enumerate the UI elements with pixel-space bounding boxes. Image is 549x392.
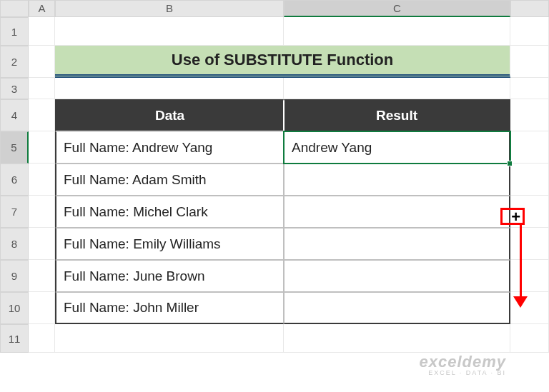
cell-A2[interactable] bbox=[29, 46, 55, 78]
cell-C8[interactable] bbox=[284, 228, 510, 260]
col-header-C[interactable]: C bbox=[284, 0, 510, 17]
cell-A1[interactable] bbox=[29, 17, 55, 46]
cell-A6[interactable] bbox=[29, 164, 55, 196]
row-header-2[interactable]: 2 bbox=[0, 46, 29, 78]
cell-C5[interactable]: Andrew Yang bbox=[284, 131, 510, 164]
cell-C7[interactable] bbox=[284, 196, 510, 228]
title-cell: Use of SUBSTITUTE Function bbox=[55, 46, 510, 78]
fill-handle[interactable] bbox=[507, 161, 513, 166]
col-header-A[interactable]: A bbox=[29, 0, 55, 17]
drag-arrow-head-icon bbox=[513, 296, 528, 308]
cell-B7[interactable]: Full Name: Michel Clark bbox=[55, 196, 284, 228]
table-header-data: Data bbox=[55, 99, 284, 131]
col-header-B[interactable]: B bbox=[55, 0, 284, 17]
cell-blank11[interactable] bbox=[510, 324, 549, 353]
cell-B5[interactable]: Full Name: Andrew Yang bbox=[55, 131, 284, 164]
row-header-5[interactable]: 5 bbox=[0, 131, 29, 164]
cell-blank5[interactable] bbox=[510, 131, 549, 164]
cell-C6[interactable] bbox=[284, 164, 510, 196]
spreadsheet-grid: A B C 1 2 Use of SUBSTITUTE Function 3 4… bbox=[0, 0, 549, 353]
cell-blank6[interactable] bbox=[510, 164, 549, 196]
cell-C9[interactable] bbox=[284, 260, 510, 292]
cell-B10[interactable]: Full Name: John Miller bbox=[55, 292, 284, 324]
row-header-10[interactable]: 10 bbox=[0, 292, 29, 324]
col-header-blank[interactable] bbox=[510, 0, 549, 17]
cell-blank8[interactable] bbox=[510, 228, 549, 260]
table-header-result: Result bbox=[284, 99, 510, 131]
cell-B11[interactable] bbox=[55, 324, 284, 353]
cell-C1[interactable] bbox=[284, 17, 510, 46]
cell-B8[interactable]: Full Name: Emily Williams bbox=[55, 228, 284, 260]
cell-B9[interactable]: Full Name: June Brown bbox=[55, 260, 284, 292]
cell-blank4[interactable] bbox=[510, 99, 549, 131]
cell-A11[interactable] bbox=[29, 324, 55, 353]
cell-A4[interactable] bbox=[29, 99, 55, 131]
cell-A5[interactable] bbox=[29, 131, 55, 164]
row-header-3[interactable]: 3 bbox=[0, 78, 29, 99]
cell-blank7[interactable] bbox=[510, 196, 549, 228]
cell-C10[interactable] bbox=[284, 292, 510, 324]
cell-blank1[interactable] bbox=[510, 17, 549, 46]
cell-C5-value: Andrew Yang bbox=[292, 140, 372, 156]
row-header-9[interactable]: 9 bbox=[0, 260, 29, 292]
row-header-4[interactable]: 4 bbox=[0, 99, 29, 131]
cell-blank2[interactable] bbox=[510, 46, 549, 78]
cell-C3[interactable] bbox=[284, 78, 510, 99]
watermark: exceldemy EXCEL · DATA · BI bbox=[419, 353, 506, 376]
cell-A9[interactable] bbox=[29, 260, 55, 292]
row-header-6[interactable]: 6 bbox=[0, 164, 29, 196]
drag-arrow-line bbox=[520, 225, 522, 300]
cell-A7[interactable] bbox=[29, 196, 55, 228]
row-header-7[interactable]: 7 bbox=[0, 196, 29, 228]
cell-C11[interactable] bbox=[284, 324, 510, 353]
cell-B6[interactable]: Full Name: Adam Smith bbox=[55, 164, 284, 196]
row-header-8[interactable]: 8 bbox=[0, 228, 29, 260]
cell-blank3[interactable] bbox=[510, 78, 549, 99]
select-all-corner[interactable] bbox=[0, 0, 29, 17]
cell-A8[interactable] bbox=[29, 228, 55, 260]
cell-B1[interactable] bbox=[55, 17, 284, 46]
row-header-11[interactable]: 11 bbox=[0, 324, 29, 353]
cell-A10[interactable] bbox=[29, 292, 55, 324]
row-header-1[interactable]: 1 bbox=[0, 17, 29, 46]
watermark-subtitle: EXCEL · DATA · BI bbox=[419, 369, 506, 376]
cell-blank9[interactable] bbox=[510, 260, 549, 292]
cell-A3[interactable] bbox=[29, 78, 55, 99]
watermark-title: exceldemy bbox=[419, 353, 506, 371]
cell-B3[interactable] bbox=[55, 78, 284, 99]
